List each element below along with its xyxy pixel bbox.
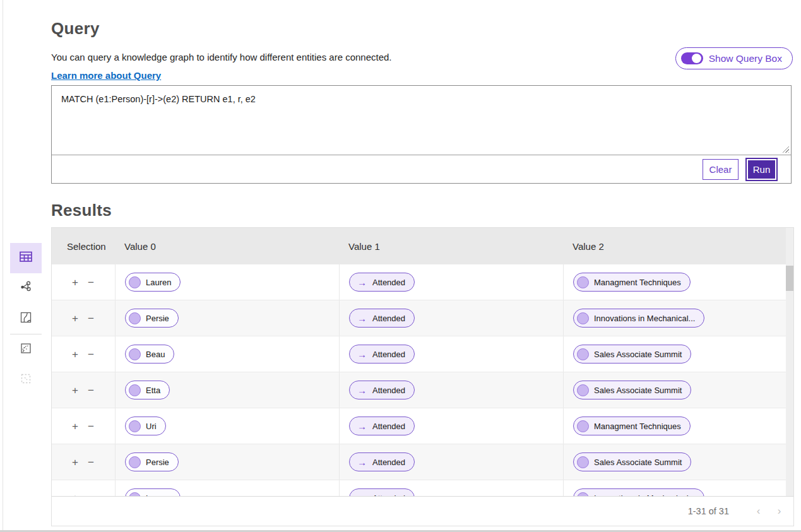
entity-pill-label: Lauren [146,494,171,497]
selection-cell: + − [52,300,115,336]
value1-cell: → Attended [339,336,563,372]
target-entity-pill[interactable]: Innovations in Mechanical... [573,309,704,328]
relation-pill[interactable]: → Attended [349,417,415,435]
node-dot-icon [129,348,141,360]
main-content: Query You can query a knowledge graph to… [51,0,792,81]
page-title: Query [51,19,792,38]
entity-pill[interactable]: Persie [125,452,179,471]
relation-pill[interactable]: → Attended [349,452,415,471]
relation-pill[interactable]: → Attended [349,309,415,328]
show-query-box-toggle[interactable]: Show Query Box [675,47,793,69]
value2-cell: Innovations in Mechanical... [563,300,793,336]
target-pill-label: Sales Associate Summit [594,350,682,359]
entity-pill[interactable]: Persie [125,309,179,328]
entity-pill[interactable]: Beau [125,345,174,364]
relation-arrow-icon: → [357,493,367,497]
node-dot-icon [129,456,141,468]
relation-pill[interactable]: → Attended [349,345,415,364]
sidebar-item-map-view[interactable] [10,304,42,334]
add-selection-button[interactable]: + [72,457,78,468]
remove-selection-button[interactable]: − [88,493,94,497]
remove-selection-button[interactable]: − [88,277,94,288]
show-query-box-label: Show Query Box [709,53,782,64]
clear-button[interactable]: Clear [703,159,739,180]
selection-cell: + − [52,264,115,300]
add-selection-button[interactable]: + [72,385,78,396]
table-row: + − Etta → Attended Sales Associate Summ… [52,372,793,408]
sidebar-item-table-view[interactable] [10,243,42,273]
target-entity-pill[interactable]: Sales Associate Summit [573,452,691,471]
target-pill-label: Innovations in Mechanical... [594,314,695,323]
toggle-switch-icon [681,52,703,64]
entity-pill[interactable]: Etta [125,381,170,399]
entity-pill-label: Beau [146,350,165,359]
remove-selection-button[interactable]: − [88,421,94,432]
table-row: + − Uri → Attended Managment Techniques [52,408,793,444]
scrollbar-thumb[interactable] [786,266,793,291]
panel-left-border [3,0,3,532]
value0-cell: Lauren [115,264,339,300]
results-table: Selection Value 0 Value 1 Value 2 + − La… [51,227,794,526]
value0-cell: Etta [115,372,339,408]
value2-cell: Innovations in Mechanical... [563,480,793,496]
target-entity-pill[interactable]: Managment Techniques [573,273,691,292]
query-input[interactable]: MATCH (e1:Person)-[r]->(e2) RETURN e1, r… [52,86,791,155]
link-chart-view-icon [19,280,33,297]
chevron-left-icon[interactable]: ‹ [748,505,769,517]
relation-pill-label: Attended [372,314,405,323]
table-row: + − Persie → Attended Sales Associate Su… [52,444,793,480]
target-entity-pill[interactable]: Managment Techniques [573,417,691,435]
learn-more-link[interactable]: Learn more about Query [51,70,161,81]
table-row: + − Lauren → Attended Managment Techniqu… [52,264,793,300]
dashed-selection-icon [19,372,33,388]
node-dot-icon [577,492,589,497]
add-selection-button[interactable]: + [72,349,78,360]
query-panel-footer: Clear Run [52,155,791,183]
relation-arrow-icon: → [357,313,367,324]
results-title: Results [51,201,112,220]
node-dot-icon [129,492,141,497]
column-header-value0: Value 0 [115,241,339,252]
node-dot-icon [577,456,589,468]
pagination-range-label: 1-31 of 31 [688,506,729,516]
remove-selection-button[interactable]: − [88,457,94,468]
value0-cell: Persie [115,300,339,336]
value0-cell: Uri [115,408,339,444]
add-selection-button[interactable]: + [72,313,78,324]
add-selection-button[interactable]: + [72,493,78,497]
target-entity-pill[interactable]: Sales Associate Summit [573,381,691,399]
sidebar-item-map-sketch-view[interactable] [10,334,42,365]
entity-pill[interactable]: Lauren [125,488,181,496]
target-entity-pill[interactable]: Innovations in Mechanical... [573,488,704,496]
remove-selection-button[interactable]: − [88,349,94,360]
add-selection-button[interactable]: + [72,421,78,432]
add-selection-button[interactable]: + [72,277,78,288]
remove-selection-button[interactable]: − [88,313,94,324]
target-entity-pill[interactable]: Sales Associate Summit [573,345,691,364]
value2-cell: Managment Techniques [563,264,793,300]
sidebar-item-link-chart-view[interactable] [10,273,42,304]
relation-arrow-icon: → [357,349,367,360]
chevron-right-icon[interactable]: › [769,505,790,517]
relation-pill[interactable]: → Attended [349,488,415,496]
value2-cell: Sales Associate Summit [563,336,793,372]
entity-pill-label: Etta [146,386,160,395]
entity-pill[interactable]: Uri [125,417,166,435]
value2-cell: Sales Associate Summit [563,444,793,480]
query-panel: MATCH (e1:Person)-[r]->(e2) RETURN e1, r… [51,85,792,184]
run-button[interactable]: Run [747,159,776,180]
table-scrollbar[interactable] [786,228,793,496]
map-view-icon [19,310,33,327]
map-sketch-view-icon [19,341,33,358]
value0-cell: Persie [115,444,339,480]
remove-selection-button[interactable]: − [88,385,94,396]
node-dot-icon [577,384,589,396]
relation-pill[interactable]: → Attended [349,381,415,399]
value2-cell: Managment Techniques [563,408,793,444]
value1-cell: → Attended [339,480,563,496]
relation-pill[interactable]: → Attended [349,273,415,292]
node-dot-icon [577,420,589,432]
selection-cell: + − [52,372,115,408]
entity-pill[interactable]: Lauren [125,273,181,292]
query-editor-area: MATCH (e1:Person)-[r]->(e2) RETURN e1, r… [52,86,791,155]
